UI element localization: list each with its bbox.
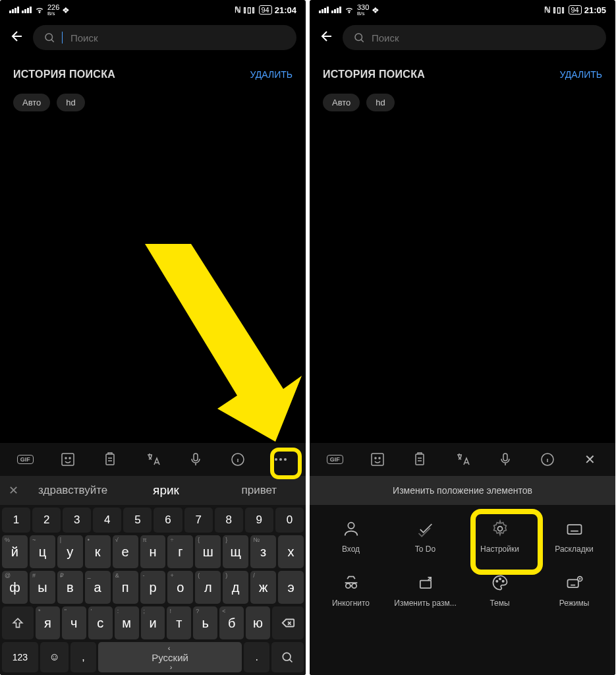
option-login[interactable]: Вход	[314, 514, 388, 559]
key-8[interactable]: 8	[215, 508, 243, 533]
clipboard-button[interactable]	[405, 446, 434, 473]
key-т[interactable]: !т	[167, 606, 191, 639]
key-ю[interactable]: ю	[246, 606, 270, 639]
option-todo[interactable]: To Do	[388, 514, 462, 559]
svg-rect-12	[372, 454, 383, 465]
key-с[interactable]: 'с	[88, 606, 113, 639]
gif-button[interactable]: GIF	[11, 446, 40, 473]
translate-button[interactable]	[138, 446, 167, 473]
gear-icon	[491, 519, 509, 538]
key-е[interactable]: √е	[113, 535, 138, 568]
key-х[interactable]: х	[278, 535, 304, 568]
option-resize[interactable]: Изменить разм...	[388, 568, 462, 613]
battery-icon: 94	[569, 5, 582, 15]
key-0[interactable]: 0	[275, 508, 304, 533]
history-delete-button[interactable]: УДАЛИТЬ	[250, 69, 293, 80]
wifi-icon	[344, 4, 354, 16]
history-chip[interactable]: Авто	[13, 94, 50, 111]
history-title: ИСТОРИЯ ПОИСКА	[323, 69, 425, 80]
option-incognito[interactable]: Инкогнито	[314, 568, 388, 613]
sticker-button[interactable]	[363, 446, 392, 473]
key-emoji[interactable]: ☺	[40, 642, 69, 672]
close-button[interactable]: ✕	[576, 446, 605, 473]
key-й[interactable]: %й	[2, 535, 28, 568]
key-д[interactable]: )д	[223, 571, 248, 604]
key-у[interactable]: |у	[57, 535, 83, 568]
history-chip[interactable]: Авто	[323, 94, 360, 111]
key-ж[interactable]: /ж	[250, 571, 276, 604]
key-я[interactable]: *я	[36, 606, 60, 639]
key-1[interactable]: 1	[2, 508, 30, 533]
option-settings[interactable]: Настройки	[462, 514, 537, 559]
info-button[interactable]	[223, 446, 252, 473]
key-ц[interactable]: ~ц	[30, 535, 55, 568]
search-icon	[43, 32, 55, 44]
key-з[interactable]: №з	[250, 535, 276, 568]
key-а[interactable]: _а	[85, 571, 111, 604]
key-period[interactable]: .	[244, 642, 269, 672]
svg-point-13	[375, 457, 376, 459]
gif-button[interactable]: GIF	[320, 446, 349, 473]
key-ь[interactable]: ?ь	[193, 606, 217, 639]
key-и[interactable]: ;и	[141, 606, 165, 639]
key-о[interactable]: +о	[167, 571, 193, 604]
resize-icon	[416, 573, 435, 592]
signal-icon	[319, 7, 329, 13]
key-л[interactable]: (л	[195, 571, 221, 604]
key-м[interactable]: :м	[115, 606, 139, 639]
key-ш[interactable]: {ш	[195, 535, 221, 568]
key-ф[interactable]: @ф	[2, 571, 28, 604]
clipboard-button[interactable]	[96, 446, 125, 473]
nfc-icon: ℕ ⫿▯⫿	[544, 5, 565, 15]
history-delete-button[interactable]: УДАЛИТЬ	[560, 69, 602, 80]
option-modes[interactable]: Режимы	[537, 568, 611, 613]
key-ч[interactable]: "ч	[62, 606, 86, 639]
key-mode[interactable]: 123	[2, 642, 38, 672]
key-search[interactable]	[271, 642, 304, 672]
key-к[interactable]: •к	[85, 535, 111, 568]
option-layouts[interactable]: Раскладки	[537, 514, 611, 559]
key-ы[interactable]: #ы	[30, 571, 55, 604]
key-backspace[interactable]	[272, 606, 304, 639]
key-3[interactable]: 3	[63, 508, 91, 533]
key-э[interactable]: э	[278, 571, 304, 604]
suggestions-close[interactable]: ✕	[0, 483, 26, 498]
key-7[interactable]: 7	[184, 508, 213, 533]
suggestion[interactable]: ярик	[119, 483, 212, 498]
search-input[interactable]	[70, 32, 286, 44]
back-button[interactable]	[319, 28, 335, 47]
key-щ[interactable]: }щ	[223, 535, 248, 568]
translate-button[interactable]	[448, 446, 477, 473]
key-space[interactable]: ‹Русский›	[98, 642, 242, 672]
key-в[interactable]: ₽в	[57, 571, 83, 604]
history-chip[interactable]: hd	[57, 94, 84, 111]
search-field[interactable]	[33, 25, 296, 50]
key-9[interactable]: 9	[245, 508, 273, 533]
key-п[interactable]: &п	[113, 571, 138, 604]
mic-button[interactable]	[181, 446, 210, 473]
user-icon	[342, 519, 360, 538]
history-chip[interactable]: hd	[366, 94, 394, 111]
back-button[interactable]	[9, 28, 25, 47]
key-shift[interactable]	[2, 606, 34, 639]
sticker-button[interactable]	[53, 446, 82, 473]
key-р[interactable]: -р	[140, 571, 166, 604]
info-button[interactable]	[533, 446, 562, 473]
option-themes[interactable]: Темы	[462, 568, 537, 613]
key-comma[interactable]: ,	[70, 642, 96, 672]
key-г[interactable]: ÷г	[167, 535, 193, 568]
mic-button[interactable]	[491, 446, 520, 473]
key-б[interactable]: <б	[219, 606, 244, 639]
palette-icon	[491, 573, 509, 592]
key-4[interactable]: 4	[93, 508, 121, 533]
svg-rect-3	[62, 454, 74, 465]
suggestion[interactable]: привет	[213, 484, 306, 497]
key-5[interactable]: 5	[123, 508, 152, 533]
search-field[interactable]	[343, 25, 606, 50]
svg-rect-27	[567, 579, 578, 587]
key-2[interactable]: 2	[32, 508, 61, 533]
suggestion[interactable]: здравствуйте	[26, 484, 119, 497]
search-input[interactable]	[372, 32, 596, 44]
key-н[interactable]: πн	[140, 535, 166, 568]
key-6[interactable]: 6	[154, 508, 182, 533]
